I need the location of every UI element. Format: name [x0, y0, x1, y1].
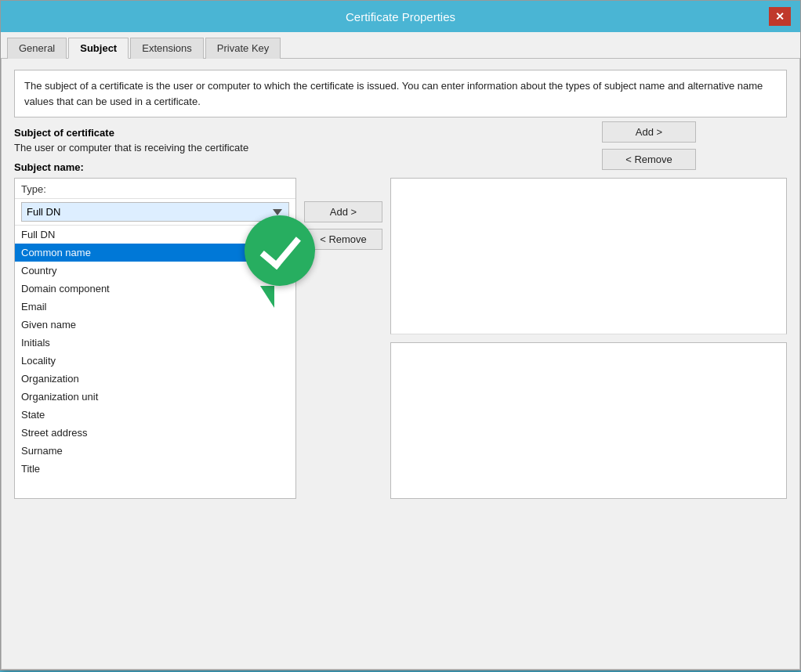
- tab-extensions[interactable]: Extensions: [130, 38, 204, 59]
- description-text: The subject of a certificate is the user…: [24, 80, 763, 107]
- dropdown-wrapper: Full DN Common name Country Domain compo…: [15, 199, 295, 226]
- list-item[interactable]: Given name: [15, 316, 295, 334]
- middle-buttons-top: Add > < Remove: [304, 178, 382, 499]
- type-dropdown[interactable]: Full DN Common name Country Domain compo…: [21, 202, 289, 222]
- right-panel-bottom: [390, 342, 787, 499]
- list-item[interactable]: Locality: [15, 352, 295, 370]
- list-item[interactable]: Initials: [15, 334, 295, 352]
- list-item[interactable]: Street address: [15, 424, 295, 442]
- list-item[interactable]: Country: [15, 262, 295, 280]
- close-button[interactable]: ✕: [769, 7, 791, 26]
- list-item[interactable]: Title: [15, 460, 295, 478]
- list-item[interactable]: Common name: [15, 244, 295, 262]
- add-top-button[interactable]: Add >: [304, 201, 382, 222]
- right-panel-container: [390, 178, 787, 499]
- right-panel-top: [390, 178, 787, 334]
- left-panel: Type: Full DN Common name Country Domain…: [14, 178, 296, 499]
- remove-top-button[interactable]: < Remove: [304, 229, 382, 250]
- tab-subject[interactable]: Subject: [68, 38, 129, 59]
- list-item[interactable]: Email: [15, 298, 295, 316]
- list-item[interactable]: Domain component: [15, 280, 295, 298]
- description-box: The subject of a certificate is the user…: [14, 70, 787, 117]
- alt-name-section: [390, 342, 787, 499]
- tab-bar: General Subject Extensions Private Key: [1, 32, 800, 59]
- type-list: Full DN Common name Country Domain compo…: [15, 226, 295, 478]
- title-bar: Certificate Properties ✕: [1, 1, 800, 32]
- list-item[interactable]: Organization unit: [15, 388, 295, 406]
- window-title: Certificate Properties: [32, 10, 769, 23]
- certificate-properties-window: Certificate Properties ✕ General Subject…: [0, 0, 801, 670]
- list-item[interactable]: Organization: [15, 370, 295, 388]
- type-label: Type:: [15, 179, 295, 199]
- list-item[interactable]: Full DN: [15, 226, 295, 244]
- content-area: The subject of a certificate is the user…: [1, 59, 800, 670]
- subject-area: Type: Full DN Common name Country Domain…: [14, 178, 787, 499]
- list-item[interactable]: Surname: [15, 442, 295, 460]
- list-item[interactable]: State: [15, 406, 295, 424]
- remove-bottom-button[interactable]: < Remove: [602, 149, 696, 170]
- add-bottom-button[interactable]: Add >: [602, 121, 696, 143]
- tab-general[interactable]: General: [7, 38, 67, 59]
- tab-private-key[interactable]: Private Key: [205, 38, 281, 59]
- middle-buttons-bottom: Add > < Remove: [602, 121, 696, 170]
